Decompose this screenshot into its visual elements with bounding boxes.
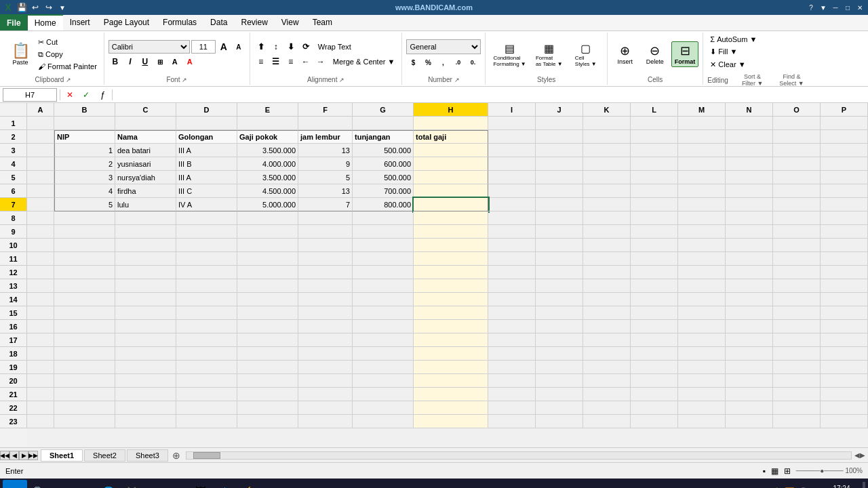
cell-n5[interactable] [726, 171, 773, 184]
cell-h5[interactable] [414, 171, 488, 184]
cell-b22[interactable] [54, 401, 115, 415]
cell-p13[interactable] [821, 279, 868, 293]
cell-c11[interactable] [115, 252, 176, 266]
cell-b1[interactable] [54, 117, 115, 130]
autosum-btn[interactable]: Σ AutoSum ▼ [707, 34, 760, 45]
cell-c8[interactable] [115, 211, 176, 225]
cell-d21[interactable] [176, 388, 237, 401]
tab-view[interactable]: View [275, 15, 306, 30]
cell-g2[interactable]: tunjangan [353, 130, 414, 144]
cell-e16[interactable] [237, 320, 298, 333]
cell-c22[interactable] [115, 401, 176, 415]
cell-h8[interactable] [414, 211, 488, 225]
cell-m22[interactable] [678, 401, 726, 415]
cell-g1[interactable] [353, 117, 414, 130]
col-header-d[interactable]: D [176, 103, 237, 117]
cell-f21[interactable] [298, 388, 353, 401]
cell-o20[interactable] [773, 374, 821, 388]
cell-l16[interactable] [631, 320, 678, 333]
cell-i15[interactable] [488, 306, 536, 320]
cell-g12[interactable] [353, 266, 414, 279]
cell-g9[interactable] [353, 225, 414, 239]
cell-e15[interactable] [237, 306, 298, 320]
cell-k5[interactable] [583, 171, 631, 184]
cell-n19[interactable] [726, 361, 773, 374]
cell-e23[interactable] [237, 415, 298, 428]
row-header-21[interactable]: 21 [0, 388, 27, 401]
cell-e1[interactable] [237, 117, 298, 130]
taskbar-task-view[interactable]: ▣ [52, 481, 73, 488]
close-btn[interactable]: ✕ [854, 3, 865, 12]
italic-button[interactable]: I [123, 55, 137, 68]
cell-n7[interactable] [726, 198, 773, 211]
cell-c7[interactable]: lulu [115, 198, 176, 211]
cell-d6[interactable]: III C [176, 184, 237, 198]
cell-p2[interactable] [821, 130, 868, 144]
cell-k8[interactable] [583, 211, 631, 225]
cell-j19[interactable] [536, 361, 583, 374]
cell-c19[interactable] [115, 361, 176, 374]
cell-l22[interactable] [631, 401, 678, 415]
cell-f10[interactable] [298, 239, 353, 252]
view-normal-btn[interactable]: ▪ [763, 466, 766, 476]
cell-k10[interactable] [583, 239, 631, 252]
cell-m16[interactable] [678, 320, 726, 333]
insert-function-btn[interactable]: ƒ [96, 88, 109, 102]
cell-c23[interactable] [115, 415, 176, 428]
cell-g15[interactable] [353, 306, 414, 320]
row-header-18[interactable]: 18 [0, 347, 27, 361]
align-middle-btn[interactable]: ↕ [269, 40, 283, 54]
cell-j11[interactable] [536, 252, 583, 266]
h-scrollbar-thumb[interactable] [193, 452, 220, 459]
cell-f4[interactable]: 9 [298, 157, 353, 171]
cell-n3[interactable] [726, 144, 773, 157]
cell-g4[interactable]: 600.000 [353, 157, 414, 171]
currency-btn[interactable]: $ [406, 56, 420, 69]
cell-m19[interactable] [678, 361, 726, 374]
cancel-formula-btn[interactable]: ✕ [63, 88, 77, 102]
cell-a13[interactable] [27, 279, 54, 293]
cell-n23[interactable] [726, 415, 773, 428]
cell-j10[interactable] [536, 239, 583, 252]
align-right-btn[interactable]: ≡ [284, 55, 298, 68]
align-bottom-btn[interactable]: ⬇ [284, 40, 298, 54]
cell-b23[interactable] [54, 415, 115, 428]
cell-p21[interactable] [821, 388, 868, 401]
cell-c5[interactable]: nursya'diah [115, 171, 176, 184]
cell-b3[interactable]: 1 [54, 144, 115, 157]
cell-d7[interactable]: IV A [176, 198, 237, 211]
h-scrollbar-track[interactable] [186, 451, 852, 460]
cell-i7[interactable] [488, 198, 536, 211]
cell-k20[interactable] [583, 374, 631, 388]
align-top-btn[interactable]: ⬆ [254, 40, 268, 54]
cell-i4[interactable] [488, 157, 536, 171]
cell-l8[interactable] [631, 211, 678, 225]
cell-p22[interactable] [821, 401, 868, 415]
cell-i1[interactable] [488, 117, 536, 130]
cell-p23[interactable] [821, 415, 868, 428]
cell-h21[interactable] [414, 388, 488, 401]
cell-g6[interactable]: 700.000 [353, 184, 414, 198]
cell-o23[interactable] [773, 415, 821, 428]
cell-f11[interactable] [298, 252, 353, 266]
cell-i22[interactable] [488, 401, 536, 415]
cell-k22[interactable] [583, 401, 631, 415]
cell-g16[interactable] [353, 320, 414, 333]
cell-e2[interactable]: Gaji pokok [237, 130, 298, 144]
zoom-slider[interactable]: ─────●──── 100% [796, 467, 863, 474]
cell-o1[interactable] [773, 117, 821, 130]
cell-j16[interactable] [536, 320, 583, 333]
cell-p15[interactable] [821, 306, 868, 320]
cell-i20[interactable] [488, 374, 536, 388]
cell-n22[interactable] [726, 401, 773, 415]
cell-i19[interactable] [488, 361, 536, 374]
cell-h17[interactable] [414, 333, 488, 347]
cell-j18[interactable] [536, 347, 583, 361]
row-header-7[interactable]: 7 [0, 198, 27, 211]
cell-g8[interactable] [353, 211, 414, 225]
cell-e17[interactable] [237, 333, 298, 347]
cell-b10[interactable] [54, 239, 115, 252]
underline-button[interactable]: U [138, 55, 152, 68]
cell-i11[interactable] [488, 252, 536, 266]
format-painter-button[interactable]: 🖌 Format Painter [35, 61, 100, 72]
